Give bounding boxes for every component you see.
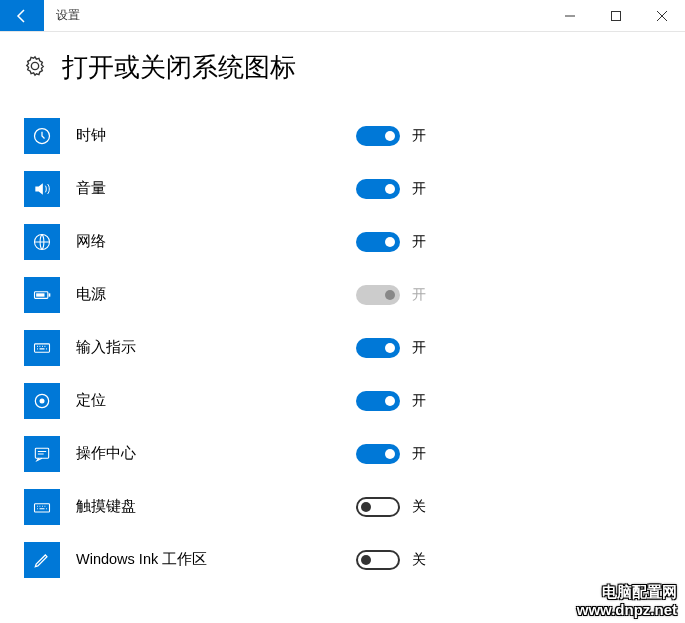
svg-point-8 [40,398,45,403]
clock-icon [24,118,60,154]
toggle-wrap-input: 开 [356,338,426,358]
svg-rect-9 [35,448,48,458]
toggle-state-label-power: 开 [412,286,426,304]
toggle-network[interactable] [356,232,400,252]
pen-icon [24,542,60,578]
page-header: 打开或关闭系统图标 [24,50,661,85]
toggle-volume[interactable] [356,179,400,199]
minimize-icon [565,11,575,21]
option-label-touch-keyboard: 触摸键盘 [76,497,356,516]
page-title: 打开或关闭系统图标 [62,50,296,85]
option-row-windows-ink: Windows Ink 工作区关 [24,533,661,586]
svg-rect-6 [35,343,50,351]
watermark-line2: www.dnpz.net [577,601,677,619]
option-label-windows-ink: Windows Ink 工作区 [76,550,356,569]
option-row-input: 输入指示开 [24,321,661,374]
toggle-wrap-action-center: 开 [356,444,426,464]
option-row-power: 电源开 [24,268,661,321]
toggle-input[interactable] [356,338,400,358]
notification-icon [24,436,60,472]
maximize-icon [611,11,621,21]
window-title: 设置 [44,0,92,31]
svg-rect-4 [49,293,51,296]
back-button[interactable] [0,0,44,31]
close-icon [657,11,667,21]
option-row-volume: 音量开 [24,162,661,215]
toggle-state-label-windows-ink: 关 [412,551,426,569]
option-label-location: 定位 [76,391,356,410]
toggle-wrap-volume: 开 [356,179,426,199]
toggle-location[interactable] [356,391,400,411]
toggle-state-label-input: 开 [412,339,426,357]
toggle-wrap-windows-ink: 关 [356,550,426,570]
option-row-location: 定位开 [24,374,661,427]
gear-icon [24,55,46,81]
option-row-touch-keyboard: 触摸键盘关 [24,480,661,533]
option-row-action-center: 操作中心开 [24,427,661,480]
toggle-touch-keyboard[interactable] [356,497,400,517]
toggle-action-center[interactable] [356,444,400,464]
toggle-wrap-network: 开 [356,232,426,252]
svg-rect-10 [35,503,50,511]
toggle-state-label-volume: 开 [412,180,426,198]
arrow-left-icon [14,8,30,24]
watermark-line1: 电脑配置网 [577,583,677,601]
toggle-state-label-location: 开 [412,392,426,410]
option-row-network: 网络开 [24,215,661,268]
toggle-wrap-touch-keyboard: 关 [356,497,426,517]
toggle-windows-ink[interactable] [356,550,400,570]
toggle-wrap-location: 开 [356,391,426,411]
toggle-state-label-clock: 开 [412,127,426,145]
option-row-clock: 时钟开 [24,109,661,162]
toggle-clock[interactable] [356,126,400,146]
options-list: 时钟开音量开网络开电源开输入指示开定位开操作中心开触摸键盘关Windows In… [24,109,661,586]
svg-rect-0 [612,11,621,20]
maximize-button[interactable] [593,0,639,31]
content-area: 打开或关闭系统图标 时钟开音量开网络开电源开输入指示开定位开操作中心开触摸键盘关… [0,32,685,586]
option-label-action-center: 操作中心 [76,444,356,463]
titlebar: 设置 [0,0,685,32]
watermark: 电脑配置网 www.dnpz.net [577,583,677,619]
target-icon [24,383,60,419]
option-label-network: 网络 [76,232,356,251]
option-label-power: 电源 [76,285,356,304]
globe-icon [24,224,60,260]
toggle-power [356,285,400,305]
touch-keyboard-icon [24,489,60,525]
option-label-clock: 时钟 [76,126,356,145]
option-label-input: 输入指示 [76,338,356,357]
keyboard-icon [24,330,60,366]
volume-icon [24,171,60,207]
battery-icon [24,277,60,313]
toggle-state-label-action-center: 开 [412,445,426,463]
option-label-volume: 音量 [76,179,356,198]
minimize-button[interactable] [547,0,593,31]
toggle-state-label-touch-keyboard: 关 [412,498,426,516]
svg-rect-5 [36,293,44,296]
toggle-state-label-network: 开 [412,233,426,251]
toggle-wrap-power: 开 [356,285,426,305]
toggle-wrap-clock: 开 [356,126,426,146]
close-button[interactable] [639,0,685,31]
